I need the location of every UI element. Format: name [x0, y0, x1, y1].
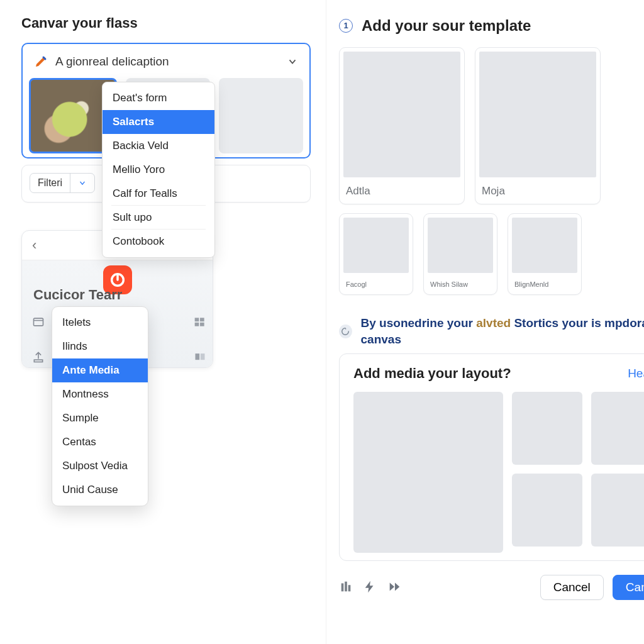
dropdown-item[interactable]: Contobook — [103, 230, 214, 253]
layout-cell[interactable] — [591, 474, 644, 547]
page-title: Canvar your flass — [21, 15, 311, 31]
dropdown-item[interactable]: Calf for Tealls — [103, 182, 214, 206]
filter-button-label: Filteri — [30, 174, 70, 192]
section2-text: By usonedrine your alvted Stortics your … — [361, 315, 644, 347]
template-caption: BlignMenld — [508, 277, 581, 294]
template-card[interactable]: Moja — [475, 47, 601, 204]
svg-rect-4 — [195, 318, 199, 321]
step-dot-2 — [339, 325, 352, 338]
dropdown-item[interactable]: Sulpost Vedia — [52, 454, 148, 478]
skip-icon[interactable] — [387, 580, 402, 595]
template-row-1: AdtlaMoja — [339, 47, 644, 204]
template-card[interactable]: Adtla — [339, 47, 465, 204]
svg-rect-13 — [348, 586, 351, 592]
template-caption: Whish Silaw — [424, 277, 497, 294]
category-dropdown[interactable]: Deat's formSalacrtsBackia VeldMellio Yor… — [102, 82, 215, 258]
dropdown-item[interactable]: Ante Media — [52, 358, 148, 382]
template-card[interactable]: Whish Silaw — [423, 213, 497, 295]
template-card[interactable]: Facogl — [339, 213, 413, 295]
thumbnail[interactable] — [219, 78, 303, 153]
svg-rect-11 — [341, 584, 344, 592]
dropdown-item[interactable]: Mellio Yoro — [103, 158, 214, 182]
step-badge-1: 1 — [339, 19, 353, 33]
layout-cell-large[interactable] — [353, 392, 503, 553]
svg-rect-8 — [34, 360, 42, 362]
bars-icon[interactable] — [339, 580, 354, 595]
dropdown-item[interactable]: Sult upo — [103, 206, 214, 230]
layout-cell[interactable] — [512, 392, 582, 465]
bolt-icon[interactable] — [363, 580, 378, 595]
dropdown-item[interactable]: Centas — [52, 430, 148, 454]
template-card[interactable]: BlignMenld — [508, 213, 582, 295]
dropdown-item[interactable]: Backia Veld — [103, 134, 214, 158]
layout-heading: Add media your layout? — [353, 365, 511, 382]
template-row-2: FacoglWhish SilawBlignMenld — [339, 213, 644, 295]
cards-icon — [192, 351, 205, 364]
layout-cell[interactable] — [591, 392, 644, 465]
dropdown-item[interactable]: Salacrts — [103, 110, 214, 134]
layout-cell[interactable] — [512, 474, 582, 547]
chevron-down-icon — [287, 56, 298, 67]
template-caption: Facogl — [340, 277, 413, 294]
chevron-down-icon[interactable] — [70, 174, 94, 192]
dropdown-item[interactable]: Montness — [52, 382, 148, 406]
dropdown-item[interactable]: Deat's form — [103, 86, 214, 110]
selector-label: A gionreal delicaption — [55, 55, 169, 69]
svg-rect-5 — [200, 318, 204, 321]
grid-icon — [192, 316, 205, 328]
filter-button[interactable]: Filteri — [30, 173, 95, 193]
preview-title: Cucicor Tearr — [33, 287, 122, 303]
dropdown-item[interactable]: Unid Cause — [52, 478, 148, 502]
section-title: Add your sour template — [362, 17, 531, 35]
svg-rect-6 — [195, 323, 199, 326]
dropdown-item[interactable]: Itelets — [52, 311, 148, 335]
dropdown-item[interactable]: Sumple — [52, 406, 148, 430]
media-dropdown[interactable]: IteletsIlindsAnte MediaMontnessSumpleCen… — [52, 306, 148, 506]
cancel-button-primary[interactable]: Cancel — [613, 575, 644, 600]
upload-icon — [32, 351, 45, 364]
back-icon[interactable]: ‹ — [32, 237, 36, 253]
cancel-button[interactable]: Cancel — [540, 575, 604, 600]
template-caption: Adtla — [340, 181, 464, 204]
layout-card: Add media your layout? Healid — [339, 353, 644, 561]
svg-rect-9 — [196, 353, 200, 360]
svg-rect-12 — [345, 582, 347, 592]
svg-rect-7 — [200, 323, 204, 326]
svg-rect-10 — [201, 353, 205, 360]
template-caption: Moja — [475, 181, 600, 204]
dropdown-item[interactable]: Ilinds — [52, 335, 148, 358]
window-icon — [32, 316, 45, 328]
heal-link[interactable]: Healid — [628, 367, 644, 380]
svg-rect-2 — [34, 318, 43, 326]
pencil-icon — [34, 54, 49, 69]
